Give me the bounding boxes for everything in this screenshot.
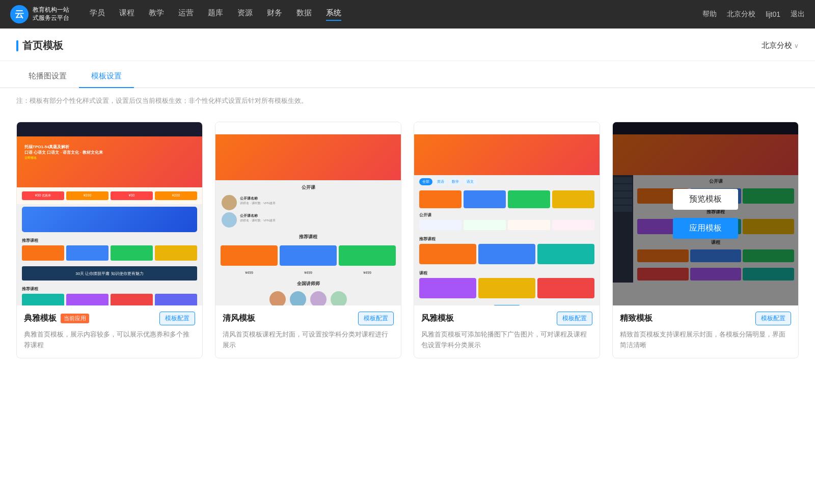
note-text: 注：模板有部分个性化样式设置，设置后仅当前模板生效；非个性化样式设置后针对所有模… (0, 88, 815, 114)
template-name-1: 典雅模板 (24, 313, 57, 324)
nav-item-courses[interactable]: 课程 (119, 8, 134, 21)
template-name-4: 精致模板 (620, 313, 653, 324)
logo-text: 教育机构一站 式服务云平台 (33, 6, 69, 22)
template-name-row-2: 清风模板 模板配置 (223, 312, 394, 325)
tab-carousel[interactable]: 轮播图设置 (16, 65, 79, 88)
template-overlay-4: 预览模板 应用模板 (613, 122, 798, 305)
branch-link[interactable]: 北京分校 (727, 10, 755, 19)
template-name-left-2: 清风模板 (223, 313, 255, 324)
template-name-2: 清风模板 (223, 313, 255, 324)
nav-item-data[interactable]: 数据 (296, 8, 312, 21)
template-preview-1: 托福TPO1-54真题及解析口语 心语文 口语文 · 语言文化 · 教材文化来 … (17, 122, 202, 305)
page-title: 首页模板 (16, 39, 63, 52)
template-preview-3: 全部 英语 数学 语文 公开课 (414, 122, 600, 305)
template-name-3: 风雅模板 (421, 313, 454, 324)
tab-template[interactable]: 模板设置 (79, 65, 134, 88)
template-desc-2: 清风首页模板课程无封面，可设置按学科分类对课程进行展示 (223, 329, 394, 351)
template-desc-1: 典雅首页模板，展示内容较多，可以展示优惠券和多个推荐课程 (24, 329, 195, 351)
template-name-left-4: 精致模板 (620, 313, 653, 324)
config-btn-3[interactable]: 模板配置 (557, 312, 592, 325)
template-card-1[interactable]: 托福TPO1-54真题及解析口语 心语文 口语文 · 语言文化 · 教材文化来 … (16, 122, 203, 358)
user-menu[interactable]: lijt01 (766, 10, 780, 18)
template-info-4: 精致模板 模板配置 精致首页模板支持课程展示封面，各模板分隔明显，界面简洁清晰 (613, 305, 798, 358)
page-header: 首页模板 北京分校 ∨ (0, 29, 815, 61)
main-header: 云 教育机构一站 式服务云平台 学员 课程 教学 运营 题库 资源 财务 数据 … (0, 0, 815, 29)
templates-grid: 托福TPO1-54真题及解析口语 心语文 口语文 · 语言文化 · 教材文化来 … (0, 114, 815, 379)
logo-icon: 云 (10, 5, 29, 23)
template-desc-3: 风雅首页模板可添加轮播图下广告图片，可对课程及课程包设置学科分类展示 (421, 329, 592, 351)
config-btn-4[interactable]: 模板配置 (755, 312, 791, 325)
nav-item-resources[interactable]: 资源 (237, 8, 253, 21)
template-desc-4: 精致首页模板支持课程展示封面，各模板分隔明显，界面简洁清晰 (620, 329, 791, 351)
nav-item-operations[interactable]: 运营 (178, 8, 194, 21)
nav-item-students[interactable]: 学员 (90, 8, 105, 21)
logo[interactable]: 云 教育机构一站 式服务云平台 (10, 5, 69, 23)
header-left: 云 教育机构一站 式服务云平台 学员 课程 教学 运营 题库 资源 财务 数据 … (10, 5, 341, 23)
template-mock-3: 全部 英语 数学 语文 公开课 (414, 122, 600, 305)
apply-template-btn[interactable]: 应用模板 (673, 218, 738, 239)
template-info-3: 风雅模板 模板配置 风雅首页模板可添加轮播图下广告图片，可对课程及课程包设置学科… (414, 305, 600, 358)
template-name-row-4: 精致模板 模板配置 (620, 312, 791, 325)
template-name-row-3: 风雅模板 模板配置 (421, 312, 592, 325)
preview-template-btn[interactable]: 预览模板 (673, 189, 738, 210)
template-mock-1: 托福TPO1-54真题及解析口语 心语文 口语文 · 语言文化 · 教材文化来 … (17, 122, 202, 305)
template-info-2: 清风模板 模板配置 清风首页模板课程无封面，可设置按学科分类对课程进行展示 (215, 305, 401, 358)
branch-label: 北京分校 (762, 41, 792, 50)
template-info-1: 典雅模板 当前应用 模板配置 典雅首页模板，展示内容较多，可以展示优惠券和多个推… (17, 305, 202, 358)
nav-item-teaching[interactable]: 教学 (149, 8, 164, 21)
config-btn-2[interactable]: 模板配置 (358, 312, 394, 325)
nav-item-system[interactable]: 系统 (326, 8, 341, 21)
template-preview-4: 公开课 推荐课程 课 (613, 122, 798, 305)
main-nav: 学员 课程 教学 运营 题库 资源 财务 数据 系统 (90, 8, 341, 21)
template-mock-2: 公开课 公开课名称 讲师名 · 课时数 · VPN速率 公开课名称 讲师名 · … (215, 122, 401, 305)
template-card-3[interactable]: 全部 英语 数学 语文 公开课 (414, 122, 600, 358)
tab-bar: 轮播图设置 模板设置 (0, 65, 815, 88)
header-right: 帮助 北京分校 lijt01 退出 (702, 10, 805, 19)
current-badge-1: 当前应用 (61, 314, 89, 323)
template-card-4[interactable]: 公开课 推荐课程 课 (612, 122, 799, 358)
config-btn-1[interactable]: 模板配置 (159, 312, 195, 325)
branch-selector[interactable]: 北京分校 ∨ (762, 41, 799, 50)
nav-item-questions[interactable]: 题库 (208, 8, 223, 21)
template-preview-2: 公开课 公开课名称 讲师名 · 课时数 · VPN速率 公开课名称 讲师名 · … (215, 122, 401, 305)
nav-item-finance[interactable]: 财务 (267, 8, 282, 21)
template-name-left-1: 典雅模板 当前应用 (24, 313, 89, 324)
template-card-2[interactable]: 公开课 公开课名称 讲师名 · 课时数 · VPN速率 公开课名称 讲师名 · … (215, 122, 401, 358)
page-content: 首页模板 北京分校 ∨ 轮播图设置 模板设置 注：模板有部分个性化样式设置，设置… (0, 29, 815, 504)
logout-link[interactable]: 退出 (791, 10, 805, 19)
branch-arrow-icon: ∨ (794, 42, 799, 49)
help-link[interactable]: 帮助 (702, 10, 717, 19)
template-name-row-1: 典雅模板 当前应用 模板配置 (24, 312, 195, 325)
template-name-left-3: 风雅模板 (421, 313, 454, 324)
